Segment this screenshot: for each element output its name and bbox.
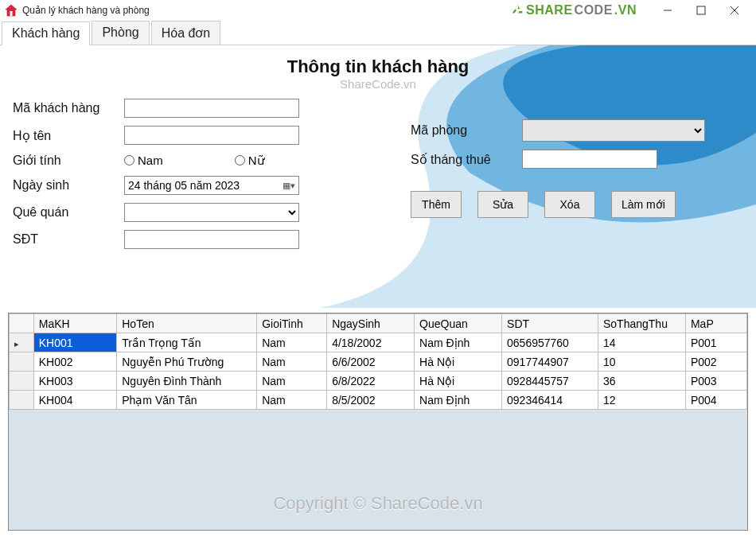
- label-so-thang-thue: Số tháng thuê: [411, 152, 522, 167]
- input-ngay-sinh[interactable]: 24 tháng 05 năm 2023 ▦▾: [124, 176, 299, 195]
- col-header-map[interactable]: MaP: [685, 314, 746, 333]
- cell-hoten[interactable]: Phạm Văn Tân: [117, 391, 257, 410]
- label-ma-phong: Mã phòng: [411, 123, 522, 138]
- form-panel: Thông tin khách hàng ShareCode.vn Mã khá…: [0, 45, 756, 308]
- cell-map[interactable]: P002: [685, 352, 746, 372]
- col-header-ngaysinh[interactable]: NgaySinh: [327, 314, 415, 333]
- watermark-small: ShareCode.vn: [13, 77, 743, 91]
- brand-text-code: CODE: [575, 3, 613, 18]
- label-ngay-sinh: Ngày sinh: [13, 178, 124, 193]
- btn-xoa[interactable]: Xóa: [544, 191, 595, 218]
- svg-rect-1: [10, 11, 13, 16]
- col-header-quequan[interactable]: QueQuan: [415, 314, 502, 333]
- watermark-big: Copyright © ShareCode.vn: [9, 493, 747, 514]
- cell-ngaysinh[interactable]: 6/8/2022: [327, 372, 415, 391]
- radio-icon: [235, 155, 245, 165]
- date-value: 24 tháng 05 năm 2023: [128, 179, 240, 192]
- col-header-gioitinh[interactable]: GioiTinh: [257, 314, 327, 333]
- btn-lam-moi[interactable]: Làm mới: [611, 191, 676, 218]
- tab-hoa-don[interactable]: Hóa đơn: [151, 21, 221, 45]
- radio-nam[interactable]: Nam: [124, 154, 163, 167]
- input-so-thang-thue[interactable]: [522, 150, 657, 169]
- cell-sothangthue[interactable]: 36: [598, 372, 686, 391]
- titlebar: Quản lý khách hàng và phòng SHARECODE.VN: [0, 0, 756, 21]
- input-ma-khach-hang[interactable]: [124, 99, 299, 118]
- data-grid[interactable]: MaKH HoTen GioiTinh NgaySinh QueQuan SDT…: [8, 313, 748, 531]
- row-indicator: ▸: [10, 333, 34, 352]
- grid-corner: [10, 314, 34, 333]
- recycle-icon: [510, 3, 524, 18]
- col-header-makh[interactable]: MaKH: [33, 314, 116, 333]
- tab-phong[interactable]: Phòng: [92, 21, 149, 45]
- brand-text-share: SHARE: [526, 3, 573, 18]
- cell-quequan[interactable]: Hà Nội: [415, 352, 502, 372]
- cell-hoten[interactable]: Trần Trọng Tấn: [117, 333, 257, 352]
- table-row[interactable]: KH003Nguyên Đình ThànhNam6/8/2022Hà Nội0…: [10, 372, 747, 391]
- table-row[interactable]: KH002Nguyễn Phú TrườngNam6/6/2002Hà Nội0…: [10, 352, 747, 372]
- svg-rect-3: [697, 6, 705, 14]
- cell-hoten[interactable]: Nguyễn Phú Trường: [117, 352, 257, 372]
- col-header-hoten[interactable]: HoTen: [117, 314, 257, 333]
- btn-sua[interactable]: Sửa: [477, 191, 528, 218]
- cell-quequan[interactable]: Nam Định: [415, 391, 502, 410]
- brand-logo: SHARECODE.VN: [510, 3, 637, 18]
- radio-nu[interactable]: Nữ: [235, 154, 265, 168]
- cell-sothangthue[interactable]: 12: [598, 391, 686, 410]
- app-icon: [5, 4, 18, 17]
- close-button[interactable]: [718, 2, 751, 19]
- minimize-button[interactable]: [651, 2, 684, 19]
- table-row[interactable]: KH004Phạm Văn TânNam8/5/2002Nam Định0923…: [10, 391, 747, 410]
- cell-map[interactable]: P001: [685, 333, 746, 352]
- cell-sdt[interactable]: 0917744907: [502, 352, 598, 372]
- cell-quequan[interactable]: Nam Định: [415, 333, 502, 352]
- radio-nam-label: Nam: [138, 154, 163, 167]
- label-que-quan: Quê quán: [13, 205, 124, 220]
- brand-text-tld: .VN: [614, 3, 637, 18]
- row-indicator: [10, 391, 34, 410]
- section-title: Thông tin khách hàng: [13, 56, 743, 77]
- table-row[interactable]: ▸KH001Trần Trọng TấnNam4/18/2002Nam Định…: [10, 333, 747, 352]
- input-ho-ten[interactable]: [124, 126, 299, 145]
- col-header-sdt[interactable]: SDT: [502, 314, 598, 333]
- input-sdt[interactable]: [124, 230, 299, 249]
- maximize-button[interactable]: [684, 2, 718, 19]
- cell-ngaysinh[interactable]: 8/5/2002: [327, 391, 415, 410]
- row-indicator: [10, 352, 34, 372]
- radio-nu-label: Nữ: [248, 154, 265, 168]
- cell-sdt[interactable]: 092346414: [502, 391, 598, 410]
- col-header-sothangthue[interactable]: SoThangThu: [598, 314, 686, 333]
- cell-map[interactable]: P004: [685, 391, 746, 410]
- cell-sdt[interactable]: 0928445757: [502, 372, 598, 391]
- cell-sothangthue[interactable]: 14: [598, 333, 686, 352]
- cell-gioitinh[interactable]: Nam: [257, 352, 327, 372]
- window-title: Quản lý khách hàng và phòng: [22, 5, 150, 16]
- cell-ngaysinh[interactable]: 4/18/2002: [327, 333, 415, 352]
- cell-makh[interactable]: KH002: [33, 352, 116, 372]
- tab-khach-hang[interactable]: Khách hàng: [2, 21, 90, 45]
- cell-makh[interactable]: KH003: [33, 372, 116, 391]
- cell-gioitinh[interactable]: Nam: [257, 372, 327, 391]
- label-ho-ten: Họ tên: [13, 128, 124, 143]
- radio-icon: [124, 155, 134, 165]
- combo-ma-phong[interactable]: [522, 119, 705, 142]
- cell-makh[interactable]: KH004: [33, 391, 116, 410]
- label-gioi-tinh: Giới tính: [13, 153, 124, 168]
- cell-map[interactable]: P003: [685, 372, 746, 391]
- cell-quequan[interactable]: Hà Nội: [415, 372, 502, 391]
- row-indicator: [10, 372, 34, 391]
- cell-gioitinh[interactable]: Nam: [257, 391, 327, 410]
- cell-ngaysinh[interactable]: 6/6/2002: [327, 352, 415, 372]
- label-ma-khach-hang: Mã khách hàng: [13, 101, 124, 115]
- cell-hoten[interactable]: Nguyên Đình Thành: [117, 372, 257, 391]
- btn-them[interactable]: Thêm: [411, 191, 462, 218]
- tab-bar: Khách hàng Phòng Hóa đơn: [0, 21, 756, 45]
- cell-sdt[interactable]: 0656957760: [502, 333, 598, 352]
- calendar-icon: ▦▾: [283, 181, 295, 191]
- cell-gioitinh[interactable]: Nam: [257, 333, 327, 352]
- combo-que-quan[interactable]: [124, 203, 299, 222]
- cell-sothangthue[interactable]: 10: [598, 352, 686, 372]
- cell-makh[interactable]: KH001: [33, 333, 116, 352]
- label-sdt: SĐT: [13, 232, 124, 247]
